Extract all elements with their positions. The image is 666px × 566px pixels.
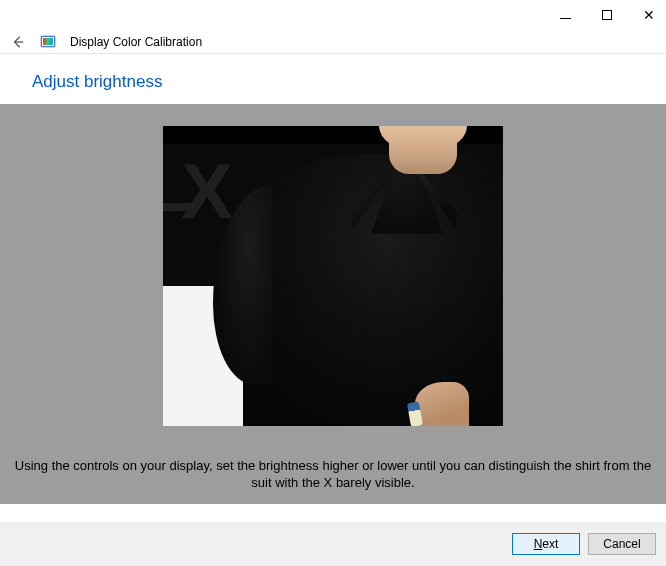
content-area: X Using the controls on your display, se… (0, 104, 666, 504)
header-bar: Display Color Calibration (0, 30, 666, 54)
wizard-footer: Next Cancel (0, 522, 666, 566)
minimize-icon (560, 18, 571, 19)
app-icon (40, 34, 56, 50)
close-icon: ✕ (643, 8, 655, 22)
brightness-reference-image: X (163, 126, 503, 426)
instruction-text: Using the controls on your display, set … (0, 457, 666, 492)
svg-rect-4 (49, 38, 53, 45)
window-titlebar: ✕ (0, 0, 666, 30)
svg-rect-2 (43, 38, 46, 45)
cancel-button[interactable]: Cancel (588, 533, 656, 555)
window-title: Display Color Calibration (70, 35, 202, 49)
maximize-button[interactable] (600, 8, 614, 22)
back-arrow-icon (11, 35, 25, 49)
heading-area: Adjust brightness (0, 54, 666, 104)
next-button-label: Next (534, 537, 559, 551)
next-button[interactable]: Next (512, 533, 580, 555)
close-button[interactable]: ✕ (642, 8, 656, 22)
svg-rect-3 (46, 38, 49, 45)
cancel-button-label: Cancel (603, 537, 640, 551)
maximize-icon (602, 10, 612, 20)
page-heading: Adjust brightness (32, 72, 634, 92)
minimize-button[interactable] (558, 8, 572, 22)
back-button[interactable] (10, 34, 26, 50)
